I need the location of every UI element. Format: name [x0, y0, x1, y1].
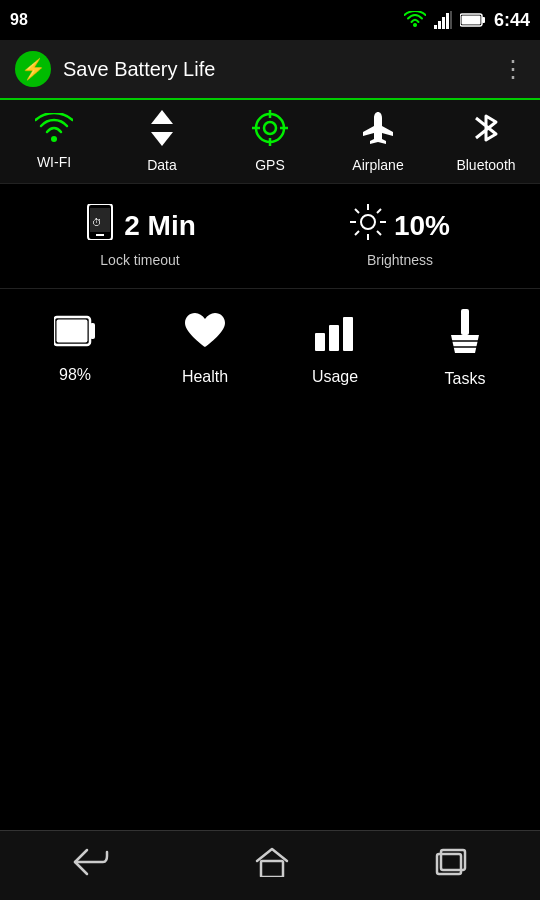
brightness-item[interactable]: 10% Brightness [283, 204, 517, 268]
battery-label: 98% [59, 366, 91, 384]
action-grid: 98% Health Usage [0, 289, 540, 408]
svg-rect-7 [482, 17, 485, 23]
status-right-icons: 6:44 [404, 10, 530, 31]
svg-marker-10 [151, 110, 173, 124]
health-item[interactable]: Health [150, 311, 260, 386]
svg-rect-8 [461, 16, 480, 25]
quick-toggles-row: WI-FI Data GPS [0, 100, 540, 184]
wifi-icon [35, 113, 73, 148]
svg-rect-2 [438, 21, 441, 29]
brightness-value: 10% [394, 210, 450, 242]
usage-label: Usage [312, 368, 358, 386]
svg-line-29 [377, 209, 381, 213]
svg-point-9 [51, 136, 57, 142]
battery-icon [54, 313, 96, 358]
tasks-item[interactable]: Tasks [410, 309, 520, 388]
phone-icon: ⏱ [84, 204, 116, 248]
data-label: Data [147, 157, 177, 173]
usage-item[interactable]: Usage [280, 311, 390, 386]
svg-line-30 [355, 231, 359, 235]
app-title: Save Battery Life [63, 58, 215, 81]
time-display: 6:44 [494, 10, 530, 31]
signal-status-icon [434, 11, 452, 29]
battery-status: 98 [10, 11, 28, 29]
svg-rect-33 [57, 320, 88, 343]
svg-point-0 [413, 23, 417, 27]
info-row: ⏱ 2 Min Lock timeout [0, 184, 540, 289]
svg-rect-1 [434, 25, 437, 29]
data-icon [145, 110, 179, 151]
svg-point-12 [256, 114, 284, 142]
wifi-label: WI-FI [37, 154, 71, 170]
svg-point-22 [361, 215, 375, 229]
tasks-label: Tasks [445, 370, 486, 388]
svg-rect-36 [343, 317, 353, 351]
toggle-airplane[interactable]: Airplane [333, 110, 423, 173]
gps-label: GPS [255, 157, 285, 173]
svg-rect-37 [461, 309, 469, 335]
svg-rect-4 [446, 13, 449, 29]
airplane-label: Airplane [352, 157, 403, 173]
gps-icon [252, 110, 288, 151]
toggle-gps[interactable]: GPS [225, 110, 315, 173]
header-left: ⚡ Save Battery Life [15, 51, 215, 87]
bluetooth-icon [472, 110, 500, 151]
toggle-bluetooth[interactable]: Bluetooth [441, 110, 531, 173]
toggle-data[interactable]: Data [117, 110, 207, 173]
app-icon: ⚡ [15, 51, 51, 87]
usage-icon [315, 311, 355, 360]
svg-point-13 [264, 122, 276, 134]
health-icon [183, 311, 227, 360]
status-bar: 98 6:44 [0, 0, 540, 40]
app-header: ⚡ Save Battery Life ⋮ [0, 40, 540, 100]
svg-rect-40 [261, 861, 283, 877]
battery-status-icon [460, 13, 486, 27]
nav-bar [0, 830, 540, 900]
svg-rect-34 [315, 333, 325, 351]
wifi-status-icon [404, 11, 426, 29]
brightness-label: Brightness [367, 252, 433, 268]
svg-line-27 [355, 209, 359, 213]
battery-item[interactable]: 98% [20, 313, 130, 384]
svg-text:⏱: ⏱ [92, 217, 102, 228]
svg-rect-32 [90, 323, 95, 339]
brightness-icon [350, 204, 386, 248]
svg-rect-3 [442, 17, 445, 29]
menu-button[interactable]: ⋮ [501, 55, 525, 83]
lock-timeout-label: Lock timeout [100, 252, 179, 268]
svg-line-28 [377, 231, 381, 235]
tasks-icon [447, 309, 483, 362]
toggle-wifi[interactable]: WI-FI [9, 113, 99, 170]
svg-rect-35 [329, 325, 339, 351]
svg-marker-11 [151, 132, 173, 146]
recent-button[interactable] [435, 848, 467, 883]
back-button[interactable] [73, 848, 109, 883]
lock-timeout-item[interactable]: ⏱ 2 Min Lock timeout [23, 204, 257, 268]
health-label: Health [182, 368, 228, 386]
lock-timeout-value: 2 Min [124, 210, 196, 242]
airplane-icon [360, 110, 396, 151]
bluetooth-label: Bluetooth [456, 157, 515, 173]
svg-rect-5 [450, 11, 452, 29]
home-button[interactable] [255, 847, 289, 884]
